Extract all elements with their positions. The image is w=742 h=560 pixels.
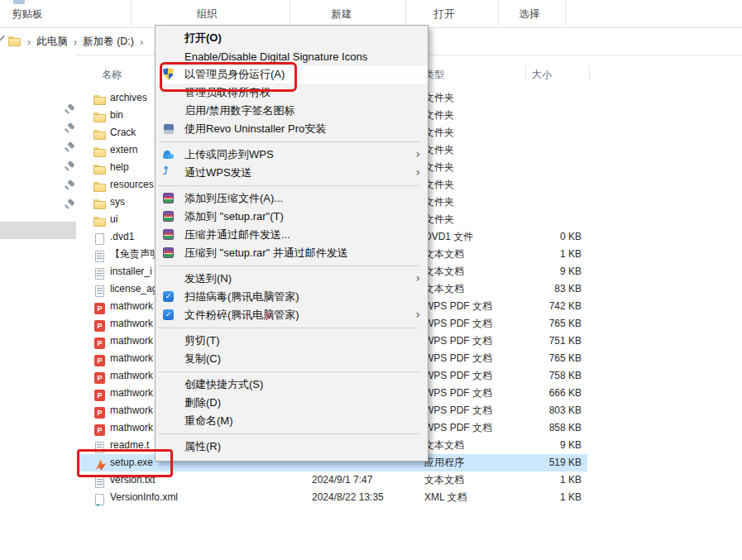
- file-type: WPS PDF 文档: [424, 333, 492, 350]
- menu-item-run-as-admin[interactable]: 以管理员身份运行(A): [156, 65, 428, 84]
- menu-item-create-shortcut[interactable]: 创建快捷方式(S): [156, 376, 428, 394]
- pdf-icon: [93, 389, 107, 402]
- matlab-icon: [93, 458, 107, 471]
- file-type: 文件夹: [424, 194, 454, 211]
- folder-icon: [93, 111, 107, 124]
- file-name: mathwork: [110, 350, 153, 367]
- ribbon-separator: [290, 0, 290, 27]
- file-name: bin: [110, 107, 123, 124]
- file-size: 9 KB: [510, 437, 582, 454]
- menu-item-tencent-shred[interactable]: 文件粉碎(腾讯电脑管家) ›: [156, 306, 428, 324]
- submenu-arrow-icon: ›: [415, 308, 420, 321]
- file-type: 文本文档: [424, 437, 464, 454]
- ribbon-separator: [565, 0, 566, 27]
- menu-separator: [158, 185, 419, 186]
- menu-item-winrar-add-setup-rar[interactable]: 添加到 "setup.rar"(T): [156, 208, 428, 226]
- column-header-size[interactable]: 大小: [532, 68, 552, 82]
- file-size: 765 KB: [510, 350, 582, 367]
- winrar-icon: [162, 246, 175, 260]
- file-name: readme.t: [110, 437, 149, 454]
- submenu-arrow-icon: ›: [415, 165, 420, 179]
- breadcrumb-drive-d[interactable]: 新加卷 (D:): [83, 35, 134, 49]
- file-size: 1 KB: [510, 471, 582, 489]
- context-menu: 打开(O) Enable/Disable Digital Signature I…: [155, 25, 428, 462]
- menu-separator: [158, 433, 419, 434]
- file-type: XML 文档: [424, 489, 467, 506]
- column-separator: [525, 66, 526, 81]
- ribbon-group-new: 新建: [332, 7, 352, 22]
- menu-item-open[interactable]: 打开(O): [156, 29, 428, 47]
- file-size: 758 KB: [510, 367, 582, 385]
- menu-item-winrar-add[interactable]: 添加到压缩文件(A)...: [156, 189, 428, 208]
- file-size: 1 KB: [510, 489, 582, 506]
- file-type: 文本文档: [424, 280, 464, 298]
- file-type: 文件夹: [424, 141, 454, 159]
- file-type: 文件夹: [424, 89, 454, 107]
- file-type: DVD1 文件: [424, 228, 473, 246]
- file-type: 文本文档: [424, 471, 464, 489]
- winrar-icon: [162, 210, 175, 223]
- file-size: 1 KB: [510, 246, 582, 263]
- file-name: archives: [110, 89, 147, 107]
- menu-item-copy[interactable]: 复制(C): [156, 350, 428, 368]
- file-name: VersionInfo.xml: [110, 489, 178, 506]
- winrar-icon: [162, 228, 175, 242]
- breadcrumb-this-pc[interactable]: 此电脑: [36, 35, 68, 49]
- file-name: mathwork: [110, 298, 153, 315]
- wps-cloud-icon: [162, 148, 175, 161]
- menu-separator: [158, 141, 419, 142]
- file-type: WPS PDF 文档: [424, 298, 492, 315]
- file-name: mathwork: [110, 402, 153, 419]
- menu-item-take-ownership[interactable]: 管理员取得所有权: [156, 84, 428, 102]
- pdf-icon: [93, 337, 107, 350]
- menu-item-delete[interactable]: 删除(D): [156, 394, 428, 412]
- ribbon-group-clipboard: 剪贴板: [12, 7, 43, 22]
- menu-item-toggle-signature-icons[interactable]: 启用/禁用数字签名图标: [156, 102, 428, 120]
- folder-icon: [93, 198, 107, 211]
- ribbon-separator: [131, 0, 132, 27]
- menu-item-rename[interactable]: 重命名(M): [156, 412, 428, 430]
- menu-item-wps-send[interactable]: 通过WPS发送 ›: [156, 164, 428, 182]
- chevron-right-icon: ›: [74, 36, 77, 47]
- menu-item-send-to[interactable]: 发送到(N) ›: [156, 270, 428, 288]
- file-name: extern: [110, 141, 137, 159]
- tencent-icon: [162, 309, 175, 322]
- folder-icon: [93, 215, 107, 228]
- file-type: WPS PDF 文档: [424, 385, 492, 402]
- chevron-right-icon: ›: [27, 36, 31, 47]
- file-size: 765 KB: [510, 315, 582, 333]
- menu-item-properties[interactable]: 属性(R): [156, 438, 428, 456]
- file-name: mathwork: [110, 315, 153, 333]
- column-header-name[interactable]: 名称: [102, 68, 122, 82]
- file-row[interactable]: VersionInfo.xml 2024/8/22 13:35 XML 文档 1…: [0, 489, 742, 506]
- file-name: 【免责声明: [110, 246, 160, 263]
- file-size: 9 KB: [510, 263, 582, 280]
- menu-item-winrar-email-setup-rar[interactable]: 压缩到 "setup.rar" 并通过邮件发送: [156, 244, 428, 262]
- menu-separator: [158, 266, 419, 266]
- uac-icon: [162, 68, 175, 81]
- clipped-ribbon-icon-fragment: [13, 0, 25, 4]
- file-name: ui: [110, 211, 117, 228]
- folder-icon: [93, 93, 107, 107]
- folder-icon: [93, 163, 107, 176]
- file-name: resources: [110, 176, 154, 194]
- menu-item-digital-signature-icons[interactable]: Enable/Disable Digital Signature Icons: [156, 47, 428, 65]
- menu-item-tencent-scan[interactable]: 扫描病毒(腾讯电脑管家): [156, 288, 428, 306]
- menu-item-wps-upload[interactable]: 上传或同步到WPS ›: [156, 146, 428, 164]
- folder-icon: [93, 180, 107, 194]
- file-type: 文件夹: [424, 211, 454, 228]
- file-name: .dvd1: [110, 228, 134, 246]
- menu-item-cut[interactable]: 剪切(T): [156, 332, 428, 350]
- text-icon: [93, 476, 107, 489]
- chevron-right-icon: ›: [140, 36, 143, 47]
- file-size: 0 KB: [510, 228, 582, 246]
- text-icon: [93, 267, 107, 280]
- file-size: 666 KB: [510, 385, 582, 402]
- file-row[interactable]: version.txt 2024/9/1 7:47 文本文档 1 KB: [0, 471, 742, 489]
- column-separator: [589, 66, 590, 81]
- menu-item-winrar-email[interactable]: 压缩并通过邮件发送...: [156, 226, 428, 244]
- file-type: WPS PDF 文档: [424, 367, 492, 385]
- menu-item-revo-install[interactable]: 使用Revo Uninstaller Pro安装: [156, 120, 428, 138]
- folder-icon: [8, 35, 22, 48]
- pdf-icon: [93, 302, 107, 315]
